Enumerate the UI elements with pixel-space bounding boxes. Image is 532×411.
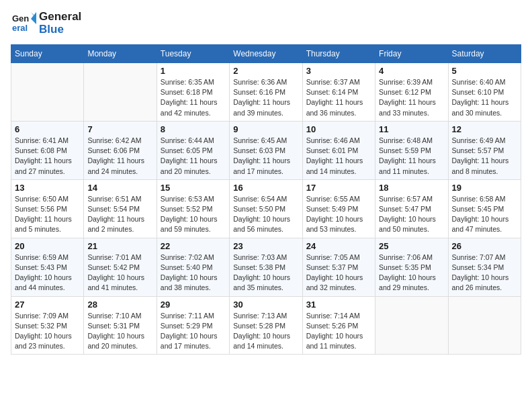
calendar-cell: 28Sunrise: 7:10 AM Sunset: 5:31 PM Dayli… <box>84 296 157 355</box>
day-of-week-header: Friday <box>375 45 448 63</box>
day-number: 21 <box>87 241 152 251</box>
svg-marker-3 <box>31 12 36 24</box>
day-detail: Sunrise: 6:40 AM Sunset: 6:10 PM Dayligh… <box>452 77 517 118</box>
day-number: 7 <box>87 124 152 134</box>
calendar-cell: 18Sunrise: 6:57 AM Sunset: 5:47 PM Dayli… <box>375 179 448 238</box>
calendar-cell: 3Sunrise: 6:37 AM Sunset: 6:14 PM Daylig… <box>302 63 375 122</box>
day-number: 18 <box>379 183 444 193</box>
day-detail: Sunrise: 7:02 AM Sunset: 5:40 PM Dayligh… <box>161 253 226 293</box>
day-number: 29 <box>161 300 226 310</box>
logo-blue: Blue <box>39 23 64 36</box>
day-detail: Sunrise: 6:45 AM Sunset: 6:03 PM Dayligh… <box>233 136 298 177</box>
calendar-cell <box>448 296 521 355</box>
day-number: 8 <box>161 124 226 134</box>
day-number: 5 <box>452 66 517 76</box>
day-number: 20 <box>15 241 80 251</box>
calendar-cell: 4Sunrise: 6:39 AM Sunset: 6:12 PM Daylig… <box>375 63 448 122</box>
day-of-week-header: Saturday <box>448 45 521 63</box>
day-number: 25 <box>379 241 444 251</box>
day-detail: Sunrise: 6:42 AM Sunset: 6:06 PM Dayligh… <box>87 136 152 177</box>
calendar-cell: 9Sunrise: 6:45 AM Sunset: 6:03 PM Daylig… <box>230 121 302 179</box>
calendar-cell: 23Sunrise: 7:03 AM Sunset: 5:38 PM Dayli… <box>230 238 302 296</box>
calendar-cell: 31Sunrise: 7:14 AM Sunset: 5:26 PM Dayli… <box>302 296 375 355</box>
logo: Gen eral General Blue <box>11 11 81 36</box>
day-detail: Sunrise: 6:59 AM Sunset: 5:43 PM Dayligh… <box>15 253 80 293</box>
calendar-cell: 11Sunrise: 6:48 AM Sunset: 5:59 PM Dayli… <box>375 121 448 179</box>
day-number: 19 <box>452 183 517 193</box>
calendar-week-row: 13Sunrise: 6:50 AM Sunset: 5:56 PM Dayli… <box>11 179 521 238</box>
day-detail: Sunrise: 7:09 AM Sunset: 5:32 PM Dayligh… <box>15 311 80 352</box>
day-number: 26 <box>452 241 517 251</box>
calendar-cell: 10Sunrise: 6:46 AM Sunset: 6:01 PM Dayli… <box>302 121 375 179</box>
day-number: 17 <box>306 183 371 193</box>
calendar-cell: 25Sunrise: 7:06 AM Sunset: 5:35 PM Dayli… <box>375 238 448 296</box>
day-of-week-header: Tuesday <box>157 45 229 63</box>
calendar-cell: 5Sunrise: 6:40 AM Sunset: 6:10 PM Daylig… <box>448 63 521 122</box>
day-detail: Sunrise: 6:51 AM Sunset: 5:54 PM Dayligh… <box>87 194 152 235</box>
day-number: 10 <box>306 124 371 134</box>
day-number: 9 <box>233 124 298 134</box>
day-number: 13 <box>15 183 80 193</box>
day-detail: Sunrise: 7:13 AM Sunset: 5:28 PM Dayligh… <box>233 311 298 352</box>
day-detail: Sunrise: 6:48 AM Sunset: 5:59 PM Dayligh… <box>379 136 444 177</box>
logo-svg: Gen eral <box>11 11 36 36</box>
day-detail: Sunrise: 7:01 AM Sunset: 5:42 PM Dayligh… <box>87 253 152 293</box>
calendar-cell: 20Sunrise: 6:59 AM Sunset: 5:43 PM Dayli… <box>11 238 84 296</box>
calendar-cell: 27Sunrise: 7:09 AM Sunset: 5:32 PM Dayli… <box>11 296 84 355</box>
day-number: 23 <box>233 241 298 251</box>
calendar-cell: 17Sunrise: 6:55 AM Sunset: 5:49 PM Dayli… <box>302 179 375 238</box>
day-detail: Sunrise: 7:05 AM Sunset: 5:37 PM Dayligh… <box>306 253 371 293</box>
calendar-cell: 15Sunrise: 6:53 AM Sunset: 5:52 PM Dayli… <box>157 179 229 238</box>
day-detail: Sunrise: 6:49 AM Sunset: 5:57 PM Dayligh… <box>452 136 517 177</box>
calendar-cell: 16Sunrise: 6:54 AM Sunset: 5:50 PM Dayli… <box>230 179 302 238</box>
day-detail: Sunrise: 7:07 AM Sunset: 5:34 PM Dayligh… <box>452 253 517 293</box>
day-number: 30 <box>233 300 298 310</box>
calendar-cell: 29Sunrise: 7:11 AM Sunset: 5:29 PM Dayli… <box>157 296 229 355</box>
calendar-cell: 30Sunrise: 7:13 AM Sunset: 5:28 PM Dayli… <box>230 296 302 355</box>
page-header: Gen eral General Blue <box>11 11 521 36</box>
day-number: 6 <box>15 124 80 134</box>
calendar-cell: 2Sunrise: 6:36 AM Sunset: 6:16 PM Daylig… <box>230 63 302 122</box>
day-of-week-header: Wednesday <box>230 45 302 63</box>
day-number: 4 <box>379 66 444 76</box>
day-detail: Sunrise: 6:55 AM Sunset: 5:49 PM Dayligh… <box>306 194 371 235</box>
day-detail: Sunrise: 6:37 AM Sunset: 6:14 PM Dayligh… <box>306 77 371 118</box>
calendar-week-row: 6Sunrise: 6:41 AM Sunset: 6:08 PM Daylig… <box>11 121 521 179</box>
day-number: 24 <box>306 241 371 251</box>
calendar-cell: 6Sunrise: 6:41 AM Sunset: 6:08 PM Daylig… <box>11 121 84 179</box>
calendar-cell: 26Sunrise: 7:07 AM Sunset: 5:34 PM Dayli… <box>448 238 521 296</box>
calendar-week-row: 1Sunrise: 6:35 AM Sunset: 6:18 PM Daylig… <box>11 63 521 122</box>
calendar-cell: 19Sunrise: 6:58 AM Sunset: 5:45 PM Dayli… <box>448 179 521 238</box>
day-detail: Sunrise: 7:10 AM Sunset: 5:31 PM Dayligh… <box>87 311 152 352</box>
calendar-cell <box>375 296 448 355</box>
calendar-cell: 14Sunrise: 6:51 AM Sunset: 5:54 PM Dayli… <box>84 179 157 238</box>
day-detail: Sunrise: 6:35 AM Sunset: 6:18 PM Dayligh… <box>161 77 226 118</box>
day-detail: Sunrise: 6:50 AM Sunset: 5:56 PM Dayligh… <box>15 194 80 235</box>
day-detail: Sunrise: 6:54 AM Sunset: 5:50 PM Dayligh… <box>233 194 298 235</box>
day-number: 27 <box>15 300 80 310</box>
day-number: 2 <box>233 66 298 76</box>
day-detail: Sunrise: 7:14 AM Sunset: 5:26 PM Dayligh… <box>306 311 371 352</box>
calendar-cell: 13Sunrise: 6:50 AM Sunset: 5:56 PM Dayli… <box>11 179 84 238</box>
day-number: 28 <box>87 300 152 310</box>
day-number: 22 <box>161 241 226 251</box>
calendar-cell <box>84 63 157 122</box>
day-detail: Sunrise: 6:57 AM Sunset: 5:47 PM Dayligh… <box>379 194 444 235</box>
day-of-week-header: Thursday <box>302 45 375 63</box>
day-number: 15 <box>161 183 226 193</box>
calendar-cell <box>11 63 84 122</box>
day-detail: Sunrise: 6:39 AM Sunset: 6:12 PM Dayligh… <box>379 77 444 118</box>
day-detail: Sunrise: 7:03 AM Sunset: 5:38 PM Dayligh… <box>233 253 298 293</box>
calendar-cell: 22Sunrise: 7:02 AM Sunset: 5:40 PM Dayli… <box>157 238 229 296</box>
calendar-cell: 21Sunrise: 7:01 AM Sunset: 5:42 PM Dayli… <box>84 238 157 296</box>
day-detail: Sunrise: 6:41 AM Sunset: 6:08 PM Dayligh… <box>15 136 80 177</box>
calendar-cell: 12Sunrise: 6:49 AM Sunset: 5:57 PM Dayli… <box>448 121 521 179</box>
day-detail: Sunrise: 7:11 AM Sunset: 5:29 PM Dayligh… <box>161 311 226 352</box>
day-detail: Sunrise: 6:58 AM Sunset: 5:45 PM Dayligh… <box>452 194 517 235</box>
calendar-table: SundayMondayTuesdayWednesdayThursdayFrid… <box>11 44 521 355</box>
day-of-week-header: Sunday <box>11 45 84 63</box>
day-of-week-header: Monday <box>84 45 157 63</box>
day-number: 16 <box>233 183 298 193</box>
logo-wordmark: General Blue <box>39 11 81 36</box>
day-detail: Sunrise: 7:06 AM Sunset: 5:35 PM Dayligh… <box>379 253 444 293</box>
